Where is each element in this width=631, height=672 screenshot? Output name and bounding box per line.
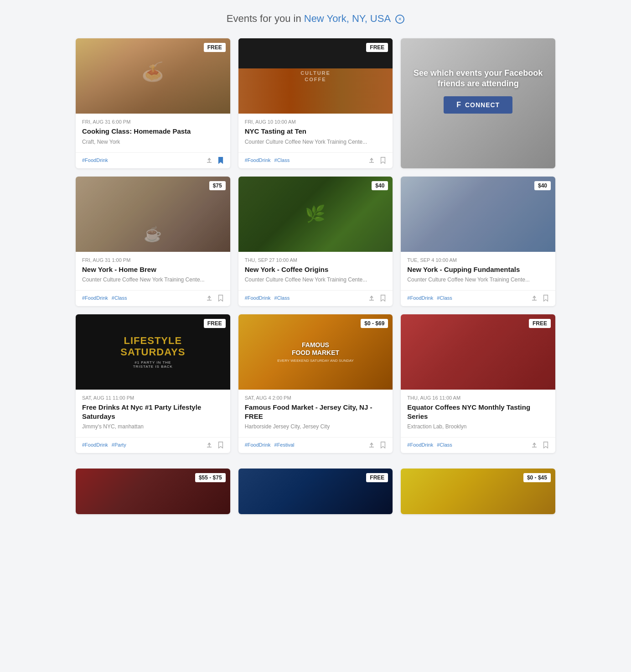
- share-icon[interactable]: [368, 441, 375, 448]
- event-image: CULTURECOFFE FREE: [238, 38, 393, 114]
- partial-card-bottom-2[interactable]: FREE: [238, 469, 393, 514]
- event-date: TUE, SEP 4 10:00 AM: [407, 257, 549, 263]
- bookmark-icon[interactable]: [380, 294, 386, 302]
- event-card-card-3[interactable]: ☕ $75 FRI, AUG 31 1:00 PM New York - Hom…: [76, 177, 230, 307]
- event-date: FRI, AUG 31 6:00 PM: [82, 119, 224, 125]
- event-title[interactable]: Famous Food Market - Jersey City, NJ - F…: [245, 403, 387, 421]
- card-footer: #FoodDrink#Class: [401, 437, 555, 453]
- bookmark-icon[interactable]: [380, 156, 386, 164]
- event-image: LIFESTYLE SATURDAYS #1 PARTY IN THE TRIS…: [76, 314, 230, 390]
- connect-label: CONNECT: [465, 101, 500, 109]
- event-tag[interactable]: #Party: [112, 442, 126, 448]
- card-actions: [206, 156, 224, 164]
- fb-card-text: See which events your Facebook friends a…: [410, 68, 546, 89]
- share-icon[interactable]: [368, 294, 375, 302]
- event-date: THU, AUG 16 11:00 AM: [407, 395, 549, 401]
- event-venue: Extraction Lab, Brooklyn: [407, 423, 549, 430]
- share-icon[interactable]: [206, 156, 213, 164]
- event-title[interactable]: New York - Home Brew: [82, 265, 224, 274]
- price-badge: FREE: [204, 43, 226, 52]
- bookmark-icon[interactable]: [543, 294, 549, 302]
- facebook-connect-button[interactable]: f CONNECT: [444, 96, 512, 114]
- event-tag[interactable]: #FoodDrink: [407, 442, 433, 448]
- card-body: FRI, AUG 10 10:00 AM NYC Tasting at Ten …: [238, 114, 393, 152]
- price-badge: FREE: [204, 319, 226, 328]
- header-prefix: Events for you in: [227, 13, 301, 24]
- card-actions: [368, 294, 386, 302]
- event-venue: Jimmy's NYC, manhattan: [82, 423, 224, 430]
- share-icon[interactable]: [206, 294, 213, 302]
- event-tag[interactable]: #Class: [437, 295, 452, 301]
- event-card-card-6[interactable]: LIFESTYLE SATURDAYS #1 PARTY IN THE TRIS…: [76, 314, 230, 453]
- bookmark-icon[interactable]: [217, 441, 224, 448]
- bookmark-icon[interactable]: [217, 156, 224, 164]
- event-title[interactable]: Free Drinks At Nyc #1 Party Lifestyle Sa…: [82, 403, 224, 421]
- event-tag[interactable]: #FoodDrink: [82, 157, 108, 163]
- partial-event-image: $0 - $45: [401, 469, 555, 514]
- event-card-card-7[interactable]: FAMOUS FOOD MARKET EVERY WEEKEND SATURDA…: [238, 314, 393, 453]
- bookmark-icon[interactable]: [217, 294, 224, 302]
- card-body: TUE, SEP 4 10:00 AM New York - Cupping F…: [401, 252, 555, 291]
- card-body: THU, AUG 16 11:00 AM Equator Coffees NYC…: [401, 390, 555, 437]
- event-tags: #FoodDrink: [82, 157, 108, 163]
- bookmark-icon[interactable]: [380, 441, 386, 448]
- card-body: SAT, AUG 11 11:00 PM Free Drinks At Nyc …: [76, 390, 230, 437]
- event-date: THU, SEP 27 10:00 AM: [245, 257, 387, 263]
- event-image: FREE: [401, 314, 555, 390]
- share-icon[interactable]: [531, 294, 538, 302]
- fb-card-overlay: See which events your Facebook friends a…: [401, 38, 555, 143]
- bookmark-icon[interactable]: [543, 441, 549, 448]
- event-tag[interactable]: #FoodDrink: [407, 295, 433, 301]
- event-card-card-8[interactable]: FREE THU, AUG 16 11:00 AM Equator Coffee…: [401, 314, 555, 453]
- event-date: FRI, AUG 10 10:00 AM: [245, 119, 387, 125]
- facebook-icon: f: [456, 101, 461, 109]
- event-card-card-5[interactable]: $40 TUE, SEP 4 10:00 AM New York - Cuppi…: [401, 177, 555, 307]
- card-body: FRI, AUG 31 1:00 PM New York - Home Brew…: [76, 252, 230, 291]
- events-grid: 🍝 FREE FRI, AUG 31 6:00 PM Cooking Class…: [65, 34, 566, 464]
- event-tag[interactable]: #Class: [437, 442, 452, 448]
- event-title[interactable]: New York - Cupping Fundamentals: [407, 265, 549, 274]
- partial-event-image: $55 - $75: [76, 469, 230, 514]
- page-header: Events for you in New York, NY, USA ×: [0, 0, 631, 34]
- event-card-card-4[interactable]: 🌿 $40 THU, SEP 27 10:00 AM New York - Co…: [238, 177, 393, 307]
- event-venue: Craft, New York: [82, 139, 224, 145]
- close-location-icon[interactable]: ×: [395, 15, 404, 24]
- event-tag[interactable]: #FoodDrink: [245, 295, 271, 301]
- event-tag[interactable]: #FoodDrink: [82, 295, 108, 301]
- event-tag[interactable]: #Festival: [274, 442, 295, 448]
- price-badge: FREE: [366, 473, 388, 482]
- share-icon[interactable]: [531, 441, 538, 448]
- event-tag[interactable]: #FoodDrink: [82, 442, 108, 448]
- event-title[interactable]: Cooking Class: Homemade Pasta: [82, 127, 224, 136]
- event-title[interactable]: New York - Coffee Origins: [245, 265, 387, 274]
- event-date: FRI, AUG 31 1:00 PM: [82, 257, 224, 263]
- event-tag[interactable]: #Class: [274, 295, 290, 301]
- share-icon[interactable]: [368, 156, 375, 164]
- partial-event-image: FREE: [238, 469, 393, 514]
- event-venue: Counter Culture Coffee New York Training…: [245, 276, 387, 283]
- price-badge: $40: [372, 181, 388, 190]
- event-date: SAT, AUG 4 2:00 PM: [245, 395, 387, 401]
- event-tags: #FoodDrink#Class: [82, 295, 127, 301]
- event-tag[interactable]: #FoodDrink: [245, 442, 271, 448]
- card-footer: #FoodDrink: [76, 152, 230, 168]
- event-tags: #FoodDrink#Class: [407, 442, 452, 448]
- card-footer: #FoodDrink#Party: [76, 437, 230, 453]
- event-tags: #FoodDrink#Party: [82, 442, 126, 448]
- card-body: SAT, AUG 4 2:00 PM Famous Food Market - …: [238, 390, 393, 437]
- partial-card-bottom-1[interactable]: $55 - $75: [76, 469, 230, 514]
- card-body: FRI, AUG 31 6:00 PM Cooking Class: Homem…: [76, 114, 230, 152]
- event-title[interactable]: NYC Tasting at Ten: [245, 127, 387, 136]
- price-badge: $55 - $75: [195, 473, 226, 482]
- event-venue: Harborside Jersey City, Jersey City: [245, 423, 387, 430]
- event-venue: Counter Culture Coffee New York Training…: [407, 276, 549, 283]
- event-card-card-1[interactable]: 🍝 FREE FRI, AUG 31 6:00 PM Cooking Class…: [76, 38, 230, 168]
- event-title[interactable]: Equator Coffees NYC Monthly Tasting Seri…: [407, 403, 549, 421]
- partial-card-bottom-3[interactable]: $0 - $45: [401, 469, 555, 514]
- event-tag[interactable]: #FoodDrink: [245, 157, 271, 163]
- event-card-card-2[interactable]: CULTURECOFFE FREE FRI, AUG 10 10:00 AM N…: [238, 38, 393, 168]
- share-icon[interactable]: [206, 441, 213, 448]
- event-tag[interactable]: #Class: [274, 157, 290, 163]
- event-tag[interactable]: #Class: [112, 295, 127, 301]
- header-location: New York, NY, USA: [304, 13, 391, 24]
